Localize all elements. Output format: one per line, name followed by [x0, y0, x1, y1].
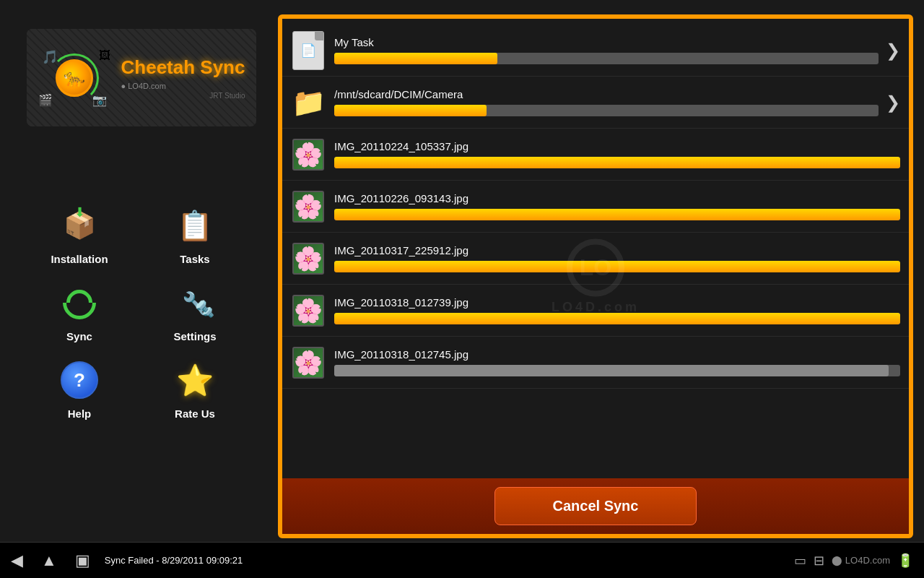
list-item[interactable]: 🌸 IMG_20110226_093143.jpg [282, 181, 909, 233]
installation-label: Installation [51, 253, 108, 265]
back-button[interactable]: ◀ [11, 551, 23, 570]
sidebar-item-tasks[interactable]: 📋 Tasks [152, 202, 238, 265]
file-info: /mnt/sdcard/DCIM/Camera [334, 88, 879, 116]
progress-bar-fill [334, 261, 900, 272]
sidebar-item-rate-us[interactable]: ⭐ Rate Us [152, 357, 238, 420]
sidebar-item-sync[interactable]: Sync [36, 280, 123, 342]
sync-label: Sync [66, 330, 92, 342]
list-item[interactable]: 📁 /mnt/sdcard/DCIM/Camera ❯ [282, 77, 909, 129]
progress-bar-bg [334, 313, 900, 324]
bottom-watermark: ⬤ LO4D.com [832, 555, 890, 566]
cancel-area: Cancel Sync [282, 478, 909, 534]
file-name: IMG_20110226_093143.jpg [334, 192, 900, 204]
tasks-label: Tasks [180, 253, 209, 265]
list-item[interactable]: 🌸 IMG_20110318_012739.jpg [282, 285, 909, 337]
status-text: Sync Failed - 8/29/2011 09:09:21 [105, 555, 794, 566]
main-panel: 📄 My Task ❯ 📁 /mnt/sdcard/DCIM/Camera [278, 14, 913, 538]
image-icon: 🌸 [291, 293, 326, 328]
progress-bar-bg [334, 53, 879, 64]
file-name: My Task [334, 36, 879, 48]
help-label: Help [68, 407, 92, 420]
cancel-sync-button[interactable]: Cancel Sync [494, 487, 697, 525]
image-icon: 🌸 [291, 189, 326, 224]
sync-icon [56, 280, 103, 326]
progress-bar-bg [334, 105, 879, 116]
file-info: IMG_20110318_012739.jpg [334, 296, 900, 324]
window-icon[interactable]: ▭ [794, 553, 806, 569]
sidebar-item-settings[interactable]: 🔧 🔩 Settings [152, 280, 238, 342]
home-button[interactable]: ▲ [41, 551, 57, 570]
nav-grid: 📦 ⬇ Installation 📋 Tasks Sync 🔧 🔩 Settin… [22, 195, 253, 427]
file-info: IMG_20110224_105337.jpg [334, 140, 900, 168]
sidebar-item-installation[interactable]: 📦 ⬇ Installation [36, 202, 123, 265]
image-icon: 🌸 [291, 345, 326, 380]
list-item[interactable]: 🌸 IMG_20110318_012745.jpg [282, 337, 909, 389]
logo-studio: JRT Studio [121, 92, 245, 100]
file-info: IMG_20110318_012745.jpg [334, 348, 900, 376]
progress-bar-fill [334, 313, 900, 324]
battery-icon: 🔋 [897, 553, 913, 569]
logo-content: 🎵 🖼 🎬 📷 🐆 Cheetah Sync ● LO4D.com JRT St… [38, 49, 245, 107]
settings-label: Settings [173, 330, 216, 342]
tasks-icon: 📋 [172, 202, 218, 249]
progress-bar-bg [334, 365, 900, 376]
file-icon: 📄 [291, 33, 326, 68]
recents-button[interactable]: ▣ [75, 551, 90, 570]
menu-icon[interactable]: ⊟ [814, 553, 824, 569]
help-icon: ? [56, 357, 103, 403]
file-name: IMG_20110318_012739.jpg [334, 296, 900, 309]
installation-icon: 📦 ⬇ [56, 202, 103, 249]
progress-bar-fill [334, 105, 487, 116]
list-item[interactable]: 🌸 IMG_20110317_225912.jpg [282, 233, 909, 285]
app-title: Cheetah Sync [121, 56, 245, 79]
file-list: 📄 My Task ❯ 📁 /mnt/sdcard/DCIM/Camera [282, 19, 909, 478]
logo-area: 🎵 🖼 🎬 📷 🐆 Cheetah Sync ● LO4D.com JRT St… [27, 29, 256, 126]
chevron-right-icon: ❯ [886, 40, 900, 61]
image-icon: 🌸 [291, 137, 326, 172]
progress-bar-fill [334, 53, 497, 64]
chevron-right-icon: ❯ [886, 92, 900, 113]
list-item[interactable]: 📄 My Task ❯ [282, 25, 909, 77]
rate-us-label: Rate Us [175, 407, 215, 420]
progress-bar-fill [334, 157, 900, 168]
logo-watermark: ● LO4D.com [121, 82, 245, 90]
rate-us-icon: ⭐ [172, 357, 218, 403]
folder-icon: 📁 [291, 85, 326, 120]
image-icon: 🌸 [291, 241, 326, 276]
progress-bar-bg [334, 157, 900, 168]
status-bar: ◀ ▲ ▣ Sync Failed - 8/29/2011 09:09:21 ▭… [0, 542, 924, 578]
settings-icon: 🔧 🔩 [172, 280, 218, 326]
file-info: My Task [334, 36, 879, 64]
file-name: IMG_20110224_105337.jpg [334, 140, 900, 152]
list-item[interactable]: 🌸 IMG_20110224_105337.jpg [282, 129, 909, 181]
file-name: IMG_20110318_012745.jpg [334, 348, 900, 361]
bottom-right-icons: ▭ ⊟ ⬤ LO4D.com 🔋 [794, 553, 913, 569]
progress-bar-fill [334, 365, 889, 376]
progress-bar-bg [334, 261, 900, 272]
progress-bar-bg [334, 209, 900, 220]
file-name: /mnt/sdcard/DCIM/Camera [334, 88, 879, 100]
sidebar-item-help[interactable]: ? Help [36, 357, 123, 420]
file-name: IMG_20110317_225912.jpg [334, 244, 900, 256]
file-info: IMG_20110226_093143.jpg [334, 192, 900, 220]
progress-bar-fill [334, 209, 900, 220]
file-info: IMG_20110317_225912.jpg [334, 244, 900, 272]
